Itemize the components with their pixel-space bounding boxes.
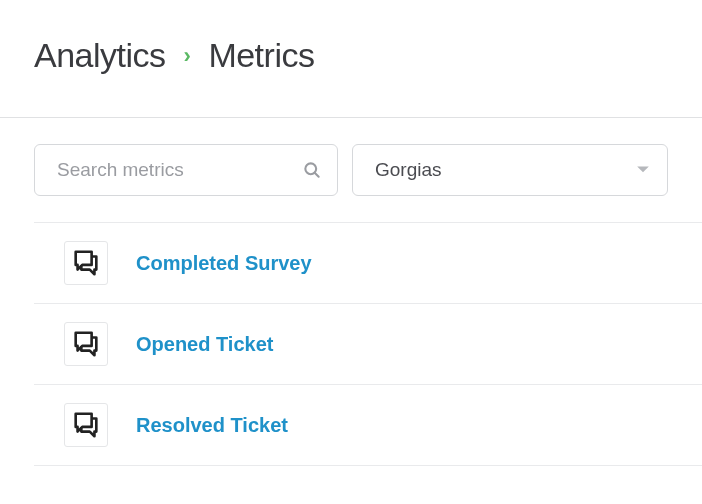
svg-line-1 — [315, 173, 319, 177]
chat-icon — [71, 410, 101, 440]
metric-title: Opened Ticket — [136, 333, 273, 356]
chat-icon — [71, 329, 101, 359]
chevron-right-icon: › — [184, 43, 191, 69]
metric-row[interactable]: Opened Ticket — [34, 304, 702, 385]
caret-down-icon — [636, 165, 650, 175]
chat-icon — [71, 248, 101, 278]
integration-filter-select[interactable]: Gorgias — [352, 144, 668, 196]
page-header: Analytics › Metrics — [0, 0, 702, 117]
metric-list: Completed Survey Opened Ticket Resolved … — [34, 222, 702, 466]
metric-icon-box — [64, 322, 108, 366]
metric-title: Resolved Ticket — [136, 414, 288, 437]
metric-icon-box — [64, 241, 108, 285]
search-field-wrap — [34, 144, 338, 196]
breadcrumb-current: Metrics — [208, 36, 314, 75]
integration-filter-selected: Gorgias — [375, 159, 442, 181]
search-icon — [302, 160, 322, 180]
breadcrumb-parent[interactable]: Analytics — [34, 36, 166, 75]
search-input[interactable] — [34, 144, 338, 196]
breadcrumb: Analytics › Metrics — [34, 36, 702, 75]
metric-row[interactable]: Completed Survey — [34, 223, 702, 304]
metric-row[interactable]: Resolved Ticket — [34, 385, 702, 466]
metric-title: Completed Survey — [136, 252, 312, 275]
controls-bar: Gorgias — [0, 118, 702, 222]
metric-icon-box — [64, 403, 108, 447]
integration-filter-wrap: Gorgias — [352, 144, 668, 196]
